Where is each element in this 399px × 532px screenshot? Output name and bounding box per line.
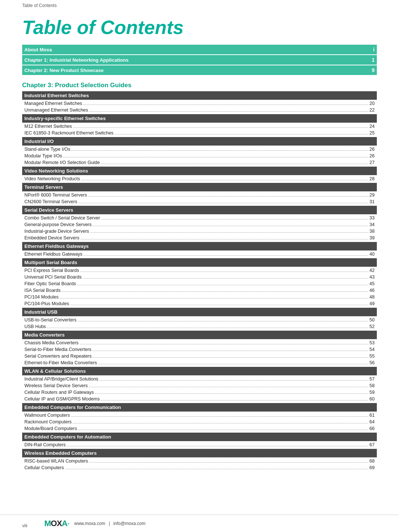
toc-entry-row: Modular Type I/Os 26 (22, 153, 377, 159)
top-entry-label: Chapter 1: Industrial Networking Applica… (24, 57, 129, 63)
toc-entry-row: Cellular Routers and IP Gateways 59 (22, 389, 377, 396)
entry-dots (101, 400, 368, 400)
moxa-logo: MOXA (44, 519, 69, 528)
entry-dots (70, 305, 368, 305)
top-entry-row: Chapter 1: Industrial Networking Applica… (22, 55, 377, 65)
top-entry-row: Chapter 2: New Product Showcase 9 (22, 65, 377, 75)
entry-dots (95, 393, 368, 394)
category-header: Terminal Servers (22, 183, 377, 191)
entry-text: Cellular IP and GSM/GPRS Modems (24, 396, 100, 402)
entry-page-num: 28 (369, 176, 375, 181)
toc-entry-row: Industrial AP/Bridge/Client Solutions 57 (22, 376, 377, 382)
toc-entry-row: Modular Remote I/O Selection Guide 27 (22, 159, 377, 166)
entry-dots (62, 291, 368, 292)
entry-dots (65, 469, 368, 469)
entry-dots (81, 239, 368, 239)
footer-email: info@moxa.com (113, 521, 146, 526)
chapter3-heading: Chapter 3: Product Selection Guides (22, 82, 377, 89)
category-header: Serial Device Servers (22, 206, 377, 214)
toc-entry-row: ISA Serial Boards 46 (22, 287, 377, 294)
entry-page-num: 69 (369, 465, 375, 470)
toc-entry-row: PC/104-Plus Modules 49 (22, 300, 377, 307)
entry-text: Ethernet Fieldbus Gateways (24, 252, 82, 257)
toc-entry-row: USB-to-Serial Converters 50 (22, 317, 377, 323)
entry-page-num: 56 (369, 360, 375, 365)
toc-entry-row: Serial-to-Fiber Media Converters 54 (22, 346, 377, 353)
footer-links: www.moxa.com | info@moxa.com (74, 521, 146, 526)
entry-dots (99, 380, 368, 381)
footer-page-num: viii (22, 523, 27, 528)
entry-dots (80, 344, 369, 344)
entry-text: Stand-alone Type I/Os (24, 147, 70, 152)
entry-page-num: 27 (369, 160, 375, 165)
sections-container: Industrial Ethernet Switches Managed Eth… (22, 91, 377, 471)
entry-page-num: 58 (369, 383, 375, 388)
footer-separator: | (109, 521, 110, 526)
category-header: Industrial Ethernet Switches (22, 91, 377, 100)
entry-text: M12 Ethernet Switches (24, 124, 72, 129)
logo-text: M (44, 519, 51, 528)
entry-text: Combo Switch / Serial Device Server (24, 215, 100, 221)
entry-text: RISC-based WLAN Computers (24, 458, 88, 464)
entry-text: Unmanaged Ethernet Switches (24, 108, 88, 113)
entry-page-num: 67 (369, 442, 375, 447)
category-header: Embedded Computers for Automation (22, 433, 377, 441)
entry-dots (78, 203, 368, 203)
toc-entry-row: IEC 61850-3 Rackmount Ethernet Switches … (22, 130, 377, 136)
entry-text: Rackmount Computers (24, 419, 72, 424)
entry-dots (83, 105, 368, 105)
entry-dots (88, 196, 368, 197)
entry-dots (71, 150, 368, 151)
entry-page-num: 40 (369, 252, 375, 257)
entry-page-num: 50 (369, 317, 375, 323)
entry-text: General-purpose Device Servers (24, 222, 92, 227)
entry-page-num: 29 (369, 192, 375, 198)
entry-dots (115, 134, 368, 134)
entry-text: Wallmount Computers (24, 413, 70, 418)
entry-page-num: 55 (369, 354, 375, 359)
toc-entry-row: Industrial-grade Device Servers 38 (22, 228, 377, 235)
entry-page-num: 43 (369, 274, 375, 280)
category-header: WLAN & Cellular Solutions (22, 367, 377, 375)
entry-text: Modular Remote I/O Selection Guide (24, 160, 100, 165)
entry-dots (93, 357, 368, 358)
toc-entry-row: Ethernet Fieldbus Gateways 40 (22, 251, 377, 258)
entry-dots (101, 164, 368, 164)
entry-text: Serial Converters and Repeaters (24, 354, 92, 359)
toc-entry-row: DIN-Rail Computers 67 (22, 441, 377, 448)
entry-page-num: 53 (369, 340, 375, 345)
toc-entry-row: Combo Switch / Serial Device Server 33 (22, 215, 377, 221)
entry-page-num: 25 (369, 130, 375, 136)
toc-entry-row: Rackmount Computers 64 (22, 419, 377, 425)
entry-page-num: 48 (369, 294, 375, 300)
toc-entry-row: RISC-based WLAN Computers 68 (22, 458, 377, 464)
entry-text: Industrial AP/Bridge/Client Solutions (24, 376, 98, 382)
entry-page-num: 66 (369, 426, 375, 431)
entry-text: Fiber Optic Serial Boards (24, 281, 76, 286)
entry-dots (89, 111, 368, 112)
top-entry-label: Chapter 2: New Product Showcase (24, 68, 104, 73)
entry-text: ISA Serial Boards (24, 288, 61, 293)
entry-text: PCI Express Serial Boards (24, 268, 79, 273)
toc-entry-row: Chassis Media Converters 53 (22, 340, 377, 346)
category-header: Ethernet Fieldbus Gateways (22, 242, 377, 250)
entry-text: IEC 61850-3 Rackmount Ethernet Switches (24, 130, 113, 136)
entry-page-num: 42 (369, 268, 375, 273)
top-entry-row: About Moxa i (22, 45, 377, 54)
entry-page-num: 38 (369, 229, 375, 234)
entry-text: Chassis Media Converters (24, 340, 79, 345)
entry-text: Ethernet-to-Fiber Media Converters (24, 360, 97, 365)
toc-entry-row: Unmanaged Ethernet Switches 22 (22, 107, 377, 113)
entry-page-num: 24 (369, 124, 375, 129)
entry-text: Video Networking Products (24, 176, 80, 181)
entry-dots (93, 226, 368, 226)
entry-page-num: 39 (369, 235, 375, 241)
category-header: Video Networking Solutions (22, 167, 377, 175)
toc-entry-row: Cellular IP and GSM/GPRS Modems 60 (22, 396, 377, 402)
toc-entry-row: Video Networking Products 28 (22, 175, 377, 182)
entry-text: CN2600 Terminal Servers (24, 199, 77, 204)
entry-dots (80, 272, 368, 272)
entry-dots (78, 321, 368, 321)
page-title: Table of Contents (22, 17, 377, 38)
top-entry-page: i (373, 47, 375, 52)
